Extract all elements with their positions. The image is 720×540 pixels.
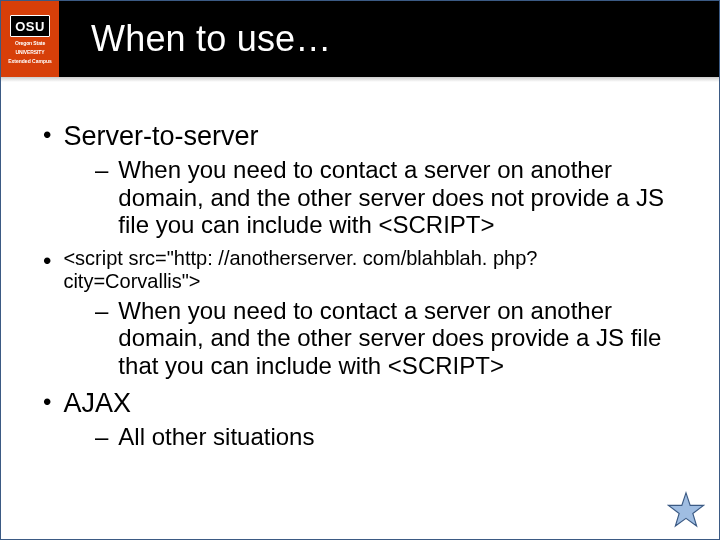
sub-bullet-text: When you need to contact a server on ano…: [118, 297, 677, 380]
slide-title: When to use…: [59, 1, 332, 77]
osu-logo: OSU Oregon State UNIVERSITY Extended Cam…: [1, 1, 59, 77]
sub-bullet: When you need to contact a server on ano…: [95, 156, 677, 239]
osu-logo-line2: UNIVERSITY: [15, 49, 44, 55]
bullet-text: AJAX: [63, 388, 131, 419]
slide-body: Server-to-server When you need to contac…: [1, 77, 719, 450]
osu-logo-line3: Extended Campus: [8, 58, 52, 64]
bullet-server-to-server: Server-to-server When you need to contac…: [43, 121, 677, 239]
sub-list: All other situations: [95, 423, 677, 451]
sub-list: When you need to contact a server on ano…: [95, 156, 677, 239]
sub-bullet-text: When you need to contact a server on ano…: [118, 156, 677, 239]
bullet-text: Server-to-server: [63, 121, 258, 152]
osu-logo-line1: Oregon State: [15, 40, 45, 46]
sub-bullet: All other situations: [95, 423, 677, 451]
sub-bullet-text: All other situations: [118, 423, 314, 451]
bullet-script-tag: <script src="http: //anotherserver. com/…: [43, 247, 677, 380]
svg-marker-0: [669, 493, 704, 526]
bullet-list: Server-to-server When you need to contac…: [43, 121, 677, 450]
sub-bullet: When you need to contact a server on ano…: [95, 297, 677, 380]
slide: OSU Oregon State UNIVERSITY Extended Cam…: [0, 0, 720, 540]
bullet-text: <script src="http: //anotherserver. com/…: [63, 247, 677, 293]
slide-header: OSU Oregon State UNIVERSITY Extended Cam…: [1, 1, 719, 77]
bullet-ajax: AJAX All other situations: [43, 388, 677, 451]
osu-logo-abbr: OSU: [10, 15, 50, 37]
star-icon: [667, 491, 705, 529]
sub-list: When you need to contact a server on ano…: [95, 297, 677, 380]
header-shadow: [1, 77, 719, 82]
